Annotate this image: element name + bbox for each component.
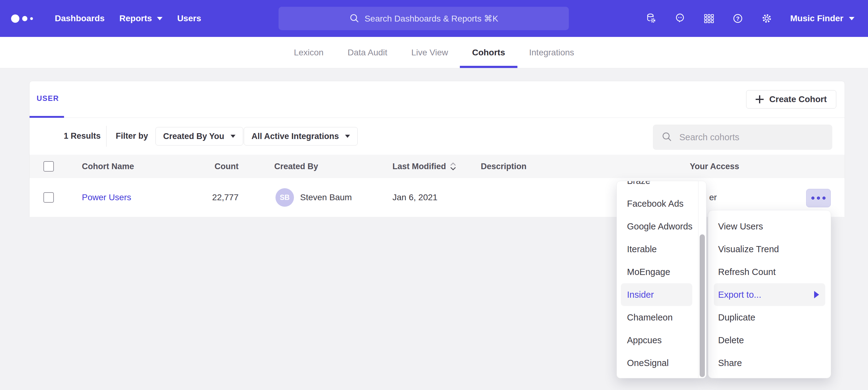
cohort-search-input[interactable]: Search cohorts <box>653 125 832 150</box>
plus-icon <box>756 95 764 103</box>
menu-item-share[interactable]: Share <box>708 352 831 374</box>
integrations-filter-dropdown[interactable]: All Active Integrations <box>244 127 358 145</box>
submenu-item-google-adwords[interactable]: Google Adwords <box>617 215 706 238</box>
nav-item-label: Dashboards <box>55 13 105 23</box>
card-header: USER Create Cohort <box>30 81 845 118</box>
logo-dot-small <box>30 17 33 20</box>
filter-by-label: Filter by <box>116 131 148 141</box>
scrollbar-track <box>698 181 699 378</box>
filter-value: Created By You <box>163 132 224 141</box>
ellipsis-dot <box>811 197 814 200</box>
chevron-down-icon <box>345 135 350 138</box>
nav-item-users[interactable]: Users <box>177 13 201 23</box>
column-header-your-access[interactable]: Your Access <box>690 155 739 178</box>
column-header-label: Last Modified <box>393 162 446 171</box>
submenu-item-iterable[interactable]: Iterable <box>617 238 706 261</box>
data-settings-icon[interactable] <box>645 12 657 25</box>
create-cohort-button[interactable]: Create Cohort <box>746 90 836 108</box>
created-by-filter-dropdown[interactable]: Created By You <box>155 127 243 145</box>
menu-item-delete[interactable]: Delete <box>708 329 831 352</box>
cohort-count: 22,777 <box>190 178 239 217</box>
menu-item-export-to[interactable]: Export to... <box>714 283 825 306</box>
tab-user-cohorts[interactable]: USER <box>37 94 59 103</box>
logo-dot-medium <box>22 16 27 21</box>
divider <box>106 126 106 147</box>
tab-label: Data Audit <box>347 48 387 58</box>
tab-label: Cohorts <box>472 48 505 58</box>
create-cohort-label: Create Cohort <box>769 94 827 104</box>
submenu-arrow-icon <box>814 291 819 298</box>
menu-item-label: Export to... <box>718 290 761 300</box>
submenu-item-chameleon[interactable]: Chameleon <box>617 306 706 329</box>
avatar-initials: SB <box>280 193 290 202</box>
menu-item-visualize-trend[interactable]: Visualize Trend <box>708 238 831 261</box>
submenu-item-onesignal[interactable]: OneSignal <box>617 352 706 374</box>
tab-label: Live View <box>411 48 448 58</box>
cohort-name-link[interactable]: Power Users <box>82 193 131 202</box>
ellipsis-dot <box>817 197 820 200</box>
help-icon[interactable]: ? <box>732 12 744 25</box>
submenu-item-moengage[interactable]: MoEngage <box>617 261 706 283</box>
tab-data-audit[interactable]: Data Audit <box>347 37 387 68</box>
results-count: 1 Results <box>64 131 101 141</box>
nav-item-dashboards[interactable]: Dashboards <box>55 13 105 23</box>
nav-item-label: Reports <box>119 13 152 23</box>
search-placeholder: Search Dashboards & Reports ⌘K <box>365 13 498 24</box>
submenu-item-appcues[interactable]: Appcues <box>617 329 706 352</box>
tab-integrations[interactable]: Integrations <box>529 37 574 68</box>
filter-row: 1 Results Filter by Created By You All A… <box>30 118 845 155</box>
row-actions-button[interactable] <box>806 189 831 207</box>
nav-item-reports[interactable]: Reports <box>119 13 162 23</box>
column-header-cohort-name[interactable]: Cohort Name <box>82 155 134 178</box>
search-placeholder: Search cohorts <box>679 132 739 142</box>
menu-item-duplicate[interactable]: Duplicate <box>708 306 831 329</box>
menu-item-view-users[interactable]: View Users <box>708 215 831 238</box>
tab-label: Lexicon <box>294 48 324 58</box>
chevron-down-icon <box>157 17 162 20</box>
submenu-item-facebook-ads[interactable]: Facebook Ads <box>617 192 706 215</box>
mixpanel-logo[interactable] <box>11 14 41 23</box>
scrollbar-thumb[interactable] <box>700 234 705 377</box>
search-icon <box>661 132 673 143</box>
row-checkbox[interactable] <box>43 192 54 203</box>
svg-text:?: ? <box>736 16 740 22</box>
ellipsis-dot <box>823 197 826 200</box>
project-switcher[interactable]: Music Finder <box>790 13 855 23</box>
select-all-checkbox[interactable] <box>43 161 54 172</box>
menu-item-refresh-count[interactable]: Refresh Count <box>708 261 831 283</box>
cohorts-card: USER Create Cohort 1 Results Filter by C… <box>29 81 845 217</box>
sort-icon <box>450 162 457 171</box>
logo-dot-large <box>11 14 20 23</box>
chevron-down-icon <box>849 17 855 20</box>
global-search-input[interactable]: Search Dashboards & Reports ⌘K <box>279 7 569 30</box>
settings-gear-icon[interactable] <box>761 12 773 25</box>
section-tabbar: Lexicon Data Audit Live View Cohorts Int… <box>0 37 868 68</box>
row-context-menu: View Users Visualize Trend Refresh Count… <box>708 210 831 378</box>
search-icon <box>349 13 360 24</box>
column-header-description[interactable]: Description <box>481 155 527 178</box>
submenu-item-braze[interactable]: Braze <box>617 181 706 192</box>
avatar: SB <box>276 188 294 207</box>
tab-live-view[interactable]: Live View <box>411 37 448 68</box>
nav-item-label: Users <box>177 13 201 23</box>
created-by-name: Steven Baum <box>300 193 352 202</box>
apps-grid-icon[interactable] <box>703 12 715 25</box>
export-submenu: Braze Facebook Ads Google Adwords Iterab… <box>617 181 706 378</box>
column-header-created-by[interactable]: Created By <box>274 155 318 178</box>
tab-lexicon[interactable]: Lexicon <box>294 37 324 68</box>
top-navbar: Dashboards Reports Users Search Dashboar… <box>0 0 868 37</box>
table-header: Cohort Name Count Created By Last Modifi… <box>30 155 845 178</box>
submenu-item-insider[interactable]: Insider <box>621 283 692 306</box>
column-header-count[interactable]: Count <box>190 155 239 178</box>
feedback-icon[interactable] <box>674 12 686 25</box>
chevron-down-icon <box>230 135 236 138</box>
filter-value: All Active Integrations <box>251 132 339 141</box>
tab-label: Integrations <box>529 48 574 58</box>
tab-cohorts[interactable]: Cohorts <box>472 37 505 68</box>
last-modified-date: Jan 6, 2021 <box>393 178 437 217</box>
column-header-last-modified[interactable]: Last Modified <box>393 155 457 178</box>
project-name: Music Finder <box>790 13 843 23</box>
